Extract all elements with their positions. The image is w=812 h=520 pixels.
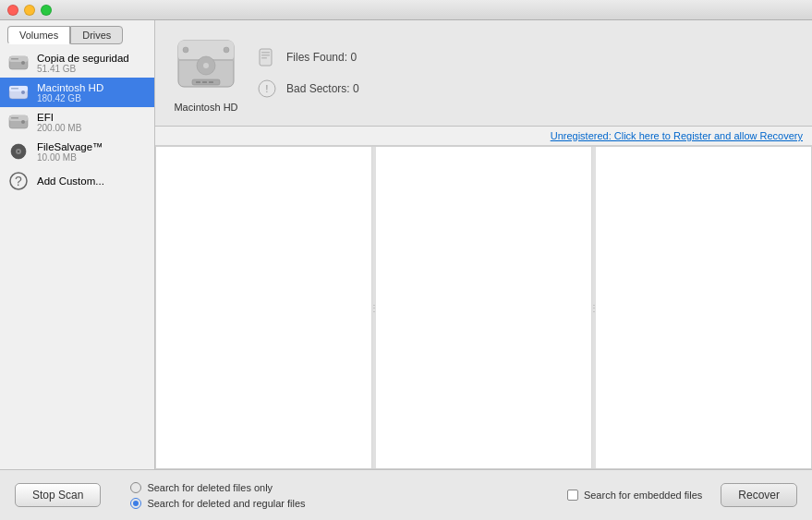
app-container: Volumes Drives Copia de segu <box>0 20 812 520</box>
files-found-row: Files Found: 0 <box>257 47 359 67</box>
sidebar-item-add-custom[interactable]: ? Add Custom... <box>0 166 154 196</box>
sidebar-item-macintosh-hd-subtitle: 180.42 GB <box>37 93 103 103</box>
svg-point-14 <box>18 151 19 152</box>
search-embedded-checkbox[interactable] <box>567 490 578 501</box>
drive-stats: Files Found: 0 ! Bad Sectors: 0 <box>257 47 359 99</box>
svg-point-6 <box>21 91 25 94</box>
sidebar-item-copia[interactable]: Copia de seguridad 51.41 GB <box>0 48 154 78</box>
drive-large-icon <box>174 33 238 98</box>
svg-rect-31 <box>261 57 267 59</box>
tab-bar: Volumes Drives <box>0 20 154 44</box>
sidebar-item-filesalvage[interactable]: FileSalvage™ 10.00 MB <box>0 137 154 166</box>
sidebar: Volumes Drives Copia de segu <box>0 20 155 469</box>
drive-info-panel: Macintosh HD Files Found: 0 <box>155 20 812 127</box>
table-column-3 <box>596 147 811 468</box>
search-deleted-regular-label: Search for deleted and regular files <box>147 498 305 509</box>
reg-link[interactable]: Unregistered: Click here to Register and… <box>551 130 803 141</box>
stop-scan-button[interactable]: Stop Scan <box>15 483 101 507</box>
svg-point-20 <box>183 47 188 53</box>
file-table-area <box>155 146 812 469</box>
maximize-button[interactable] <box>41 5 52 16</box>
svg-rect-3 <box>11 58 18 60</box>
efi-icon <box>7 111 30 133</box>
search-embedded-label: Search for embedded files <box>584 490 702 501</box>
search-options: Search for deleted files only Search for… <box>119 482 549 509</box>
sidebar-item-efi-subtitle: 200.00 MB <box>37 123 81 133</box>
title-bar <box>0 0 812 20</box>
files-found-label: Files Found: 0 <box>286 51 357 64</box>
close-button[interactable] <box>7 5 18 16</box>
sidebar-item-efi[interactable]: EFI 200.00 MB <box>0 107 154 137</box>
svg-rect-25 <box>209 81 213 83</box>
search-deleted-only-label: Search for deleted files only <box>147 482 273 493</box>
table-column-2 <box>376 147 592 468</box>
sidebar-item-efi-title: EFI <box>37 112 81 123</box>
svg-rect-23 <box>196 81 200 83</box>
sidebar-item-filesalvage-subtitle: 10.00 MB <box>37 152 103 163</box>
drive-image: Macintosh HD <box>174 33 238 113</box>
search-deleted-only-option[interactable]: Search for deleted files only <box>130 482 549 493</box>
bad-sectors-label: Bad Sectors: 0 <box>286 82 359 95</box>
svg-text:?: ? <box>15 174 22 188</box>
hdd-selected-icon <box>7 81 30 103</box>
table-column-1 <box>156 147 372 468</box>
filesalvage-icon <box>7 140 30 163</box>
search-deleted-regular-option[interactable]: Search for deleted and regular files <box>130 498 549 509</box>
main-area: Volumes Drives Copia de segu <box>0 20 812 469</box>
recover-button[interactable]: Recover <box>721 483 797 507</box>
sidebar-list: Copia de seguridad 51.41 GB <box>0 44 154 469</box>
sidebar-item-efi-text: EFI 200.00 MB <box>37 112 81 133</box>
svg-point-21 <box>224 47 229 53</box>
sidebar-item-filesalvage-text: FileSalvage™ 10.00 MB <box>37 141 103 163</box>
traffic-lights <box>7 5 52 16</box>
svg-point-10 <box>21 120 25 124</box>
embedded-files-option[interactable]: Search for embedded files <box>567 490 702 501</box>
sidebar-item-macintosh-hd-title: Macintosh HD <box>37 82 103 93</box>
sidebar-item-macintosh-hd-text: Macintosh HD 180.42 GB <box>37 82 103 103</box>
svg-rect-24 <box>202 81 207 83</box>
svg-point-27 <box>203 63 209 68</box>
reg-bar: Unregistered: Click here to Register and… <box>155 127 812 146</box>
bad-sectors-row: ! Bad Sectors: 0 <box>257 79 359 99</box>
content-area: Macintosh HD Files Found: 0 <box>155 20 812 469</box>
sidebar-item-copia-subtitle: 51.41 GB <box>37 64 129 74</box>
minimize-button[interactable] <box>24 5 35 16</box>
sidebar-item-add-custom-title: Add Custom... <box>37 175 104 187</box>
svg-point-2 <box>21 61 25 65</box>
sidebar-item-add-custom-text: Add Custom... <box>37 175 104 187</box>
bottom-bar: Stop Scan Search for deleted files only … <box>0 469 812 520</box>
svg-rect-7 <box>11 88 18 90</box>
tab-volumes[interactable]: Volumes <box>7 26 70 44</box>
bad-sectors-icon: ! <box>257 79 277 99</box>
bottom-right: Recover <box>721 483 797 507</box>
svg-text:!: ! <box>266 84 269 94</box>
tab-drives[interactable]: Drives <box>70 26 123 44</box>
search-embedded-checkbox-option[interactable]: Search for embedded files <box>567 490 702 501</box>
sidebar-item-copia-text: Copia de seguridad 51.41 GB <box>37 53 129 74</box>
hdd-icon <box>7 52 30 74</box>
search-deleted-only-radio[interactable] <box>130 482 141 493</box>
search-deleted-regular-radio[interactable] <box>130 498 141 509</box>
drive-name-label: Macintosh HD <box>174 102 237 113</box>
sidebar-item-macintosh-hd[interactable]: Macintosh HD 180.42 GB <box>0 78 154 107</box>
sidebar-item-filesalvage-title: FileSalvage™ <box>37 141 103 152</box>
add-custom-icon: ? <box>7 170 30 192</box>
svg-rect-29 <box>261 52 270 54</box>
svg-rect-11 <box>11 117 18 119</box>
svg-rect-30 <box>261 54 270 56</box>
files-found-icon <box>257 47 277 67</box>
sidebar-item-copia-title: Copia de seguridad <box>37 53 129 64</box>
